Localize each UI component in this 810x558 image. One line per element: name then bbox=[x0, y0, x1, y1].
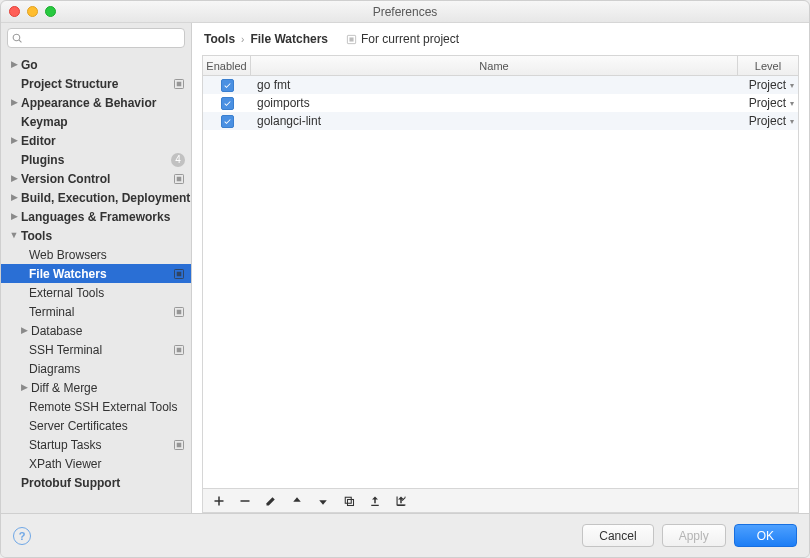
sidebar-item-appearance-behavior[interactable]: ▶Appearance & Behavior bbox=[1, 93, 191, 112]
svg-rect-13 bbox=[349, 37, 353, 41]
settings-tree[interactable]: ▶GoProject Structure▶Appearance & Behavi… bbox=[1, 53, 191, 513]
sidebar-item-label: Terminal bbox=[27, 305, 74, 319]
sidebar-item-go[interactable]: ▶Go bbox=[1, 55, 191, 74]
sidebar-item-label: Protobuf Support bbox=[19, 476, 120, 490]
sidebar-item-version-control[interactable]: ▶Version Control bbox=[1, 169, 191, 188]
chevron-right-icon: › bbox=[241, 34, 244, 45]
sidebar-item-languages-frameworks[interactable]: ▶Languages & Frameworks bbox=[1, 207, 191, 226]
export-button[interactable] bbox=[393, 493, 409, 509]
sidebar-item-label: File Watchers bbox=[27, 267, 107, 281]
col-level[interactable]: Level bbox=[738, 56, 798, 75]
level-cell[interactable]: Project▾ bbox=[738, 96, 798, 110]
sidebar-item-diagrams[interactable]: Diagrams bbox=[1, 359, 191, 378]
minimize-window-button[interactable] bbox=[27, 6, 38, 17]
help-button[interactable]: ? bbox=[13, 527, 31, 545]
sidebar-item-tools[interactable]: ▼Tools bbox=[1, 226, 191, 245]
checkbox-checked-icon[interactable] bbox=[221, 79, 234, 92]
disclosure-right-icon: ▶ bbox=[19, 326, 29, 335]
move-up-button[interactable] bbox=[289, 493, 305, 509]
sidebar-item-build-execution-deployment[interactable]: ▶Build, Execution, Deployment bbox=[1, 188, 191, 207]
sidebar-item-remote-ssh-external-tools[interactable]: Remote SSH External Tools bbox=[1, 397, 191, 416]
sidebar-item-startup-tasks[interactable]: Startup Tasks bbox=[1, 435, 191, 454]
watchers-table: Enabled Name Level go fmtProject▾goimpor… bbox=[202, 55, 799, 513]
scope-hint: For current project bbox=[346, 32, 459, 46]
checkbox-checked-icon[interactable] bbox=[221, 97, 234, 110]
level-cell[interactable]: Project▾ bbox=[738, 78, 798, 92]
sidebar-item-label: Startup Tasks bbox=[27, 438, 101, 452]
sidebar-item-database[interactable]: ▶Database bbox=[1, 321, 191, 340]
sidebar-item-label: Plugins bbox=[19, 153, 64, 167]
update-badge: 4 bbox=[171, 153, 185, 167]
project-scope-icon bbox=[173, 78, 185, 90]
sidebar-item-editor[interactable]: ▶Editor bbox=[1, 131, 191, 150]
search-input[interactable] bbox=[23, 32, 180, 44]
sidebar: ▶GoProject Structure▶Appearance & Behavi… bbox=[1, 23, 192, 513]
table-row[interactable]: goimportsProject▾ bbox=[203, 94, 798, 112]
project-scope-icon bbox=[173, 344, 185, 356]
move-down-button[interactable] bbox=[315, 493, 331, 509]
level-cell[interactable]: Project▾ bbox=[738, 114, 798, 128]
disclosure-right-icon: ▶ bbox=[9, 60, 19, 69]
checkbox-checked-icon[interactable] bbox=[221, 115, 234, 128]
search-wrap bbox=[1, 23, 191, 53]
sidebar-item-terminal[interactable]: Terminal bbox=[1, 302, 191, 321]
search-field[interactable] bbox=[7, 28, 185, 48]
svg-rect-1 bbox=[177, 81, 182, 86]
apply-button[interactable]: Apply bbox=[662, 524, 726, 547]
disclosure-right-icon: ▶ bbox=[9, 193, 19, 202]
sidebar-item-diff-merge[interactable]: ▶Diff & Merge bbox=[1, 378, 191, 397]
sidebar-item-ssh-terminal[interactable]: SSH Terminal bbox=[1, 340, 191, 359]
edit-button[interactable] bbox=[263, 493, 279, 509]
project-scope-icon bbox=[173, 439, 185, 451]
sidebar-item-file-watchers[interactable]: File Watchers bbox=[1, 264, 191, 283]
table-toolbar bbox=[203, 488, 798, 512]
sidebar-item-xpath-viewer[interactable]: XPath Viewer bbox=[1, 454, 191, 473]
disclosure-right-icon: ▶ bbox=[9, 212, 19, 221]
sidebar-item-web-browsers[interactable]: Web Browsers bbox=[1, 245, 191, 264]
ok-button[interactable]: OK bbox=[734, 524, 797, 547]
sidebar-item-external-tools[interactable]: External Tools bbox=[1, 283, 191, 302]
disclosure-right-icon: ▶ bbox=[9, 174, 19, 183]
close-window-button[interactable] bbox=[9, 6, 20, 17]
sidebar-item-label: Database bbox=[29, 324, 82, 338]
breadcrumb-root: Tools bbox=[204, 32, 235, 46]
table-body: go fmtProject▾goimportsProject▾golangci-… bbox=[203, 76, 798, 488]
col-name[interactable]: Name bbox=[251, 56, 738, 75]
cancel-button[interactable]: Cancel bbox=[582, 524, 653, 547]
traffic-lights bbox=[9, 6, 56, 17]
sidebar-item-label: Languages & Frameworks bbox=[19, 210, 170, 224]
remove-button[interactable] bbox=[237, 493, 253, 509]
window-title: Preferences bbox=[1, 5, 809, 19]
sidebar-item-label: Project Structure bbox=[19, 77, 118, 91]
enabled-cell[interactable] bbox=[203, 79, 251, 92]
sidebar-item-server-certificates[interactable]: Server Certificates bbox=[1, 416, 191, 435]
sidebar-item-label: Tools bbox=[19, 229, 52, 243]
main-area: ▶GoProject Structure▶Appearance & Behavi… bbox=[1, 23, 809, 513]
zoom-window-button[interactable] bbox=[45, 6, 56, 17]
sidebar-item-label: Build, Execution, Deployment bbox=[19, 191, 190, 205]
enabled-cell[interactable] bbox=[203, 115, 251, 128]
sidebar-item-label: Keymap bbox=[19, 115, 68, 129]
sidebar-item-keymap[interactable]: Keymap bbox=[1, 112, 191, 131]
svg-rect-5 bbox=[177, 271, 182, 276]
import-button[interactable] bbox=[367, 493, 383, 509]
svg-rect-3 bbox=[177, 176, 182, 181]
add-button[interactable] bbox=[211, 493, 227, 509]
sidebar-item-protobuf-support[interactable]: Protobuf Support bbox=[1, 473, 191, 492]
sidebar-item-label: Editor bbox=[19, 134, 56, 148]
sidebar-item-label: Remote SSH External Tools bbox=[27, 400, 178, 414]
table-row[interactable]: golangci-lintProject▾ bbox=[203, 112, 798, 130]
enabled-cell[interactable] bbox=[203, 97, 251, 110]
table-row[interactable]: go fmtProject▾ bbox=[203, 76, 798, 94]
table-header: Enabled Name Level bbox=[203, 56, 798, 76]
dropdown-arrow-icon: ▾ bbox=[790, 81, 794, 90]
col-enabled[interactable]: Enabled bbox=[203, 56, 251, 75]
breadcrumb-leaf: File Watchers bbox=[250, 32, 328, 46]
disclosure-right-icon: ▶ bbox=[9, 136, 19, 145]
sidebar-item-plugins[interactable]: Plugins4 bbox=[1, 150, 191, 169]
copy-button[interactable] bbox=[341, 493, 357, 509]
title-bar: Preferences bbox=[1, 1, 809, 23]
sidebar-item-label: Diagrams bbox=[27, 362, 80, 376]
sidebar-item-project-structure[interactable]: Project Structure bbox=[1, 74, 191, 93]
breadcrumb: Tools › File Watchers For current projec… bbox=[192, 23, 809, 55]
